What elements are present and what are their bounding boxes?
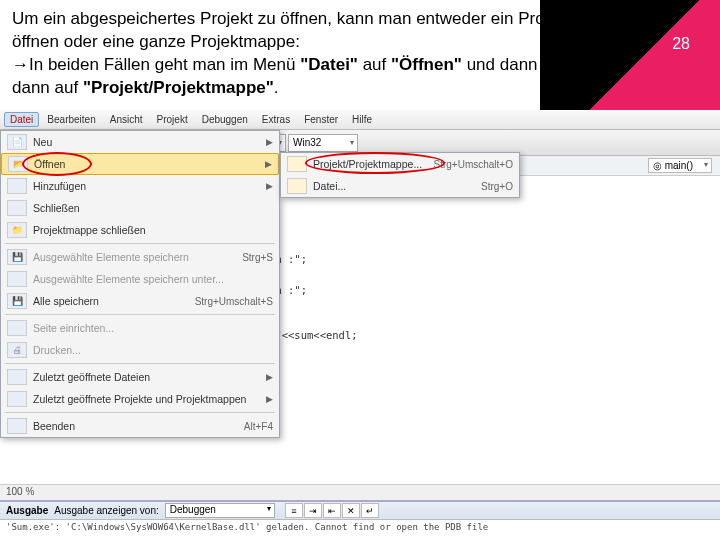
menu-neu[interactable]: 📄Neu▶ bbox=[1, 131, 279, 153]
slide-text: Um ein abgespeichertes Projekt zu öffnen… bbox=[12, 8, 592, 100]
submenu-datei[interactable]: Datei...Strg+O bbox=[281, 175, 519, 197]
new-icon: 📄 bbox=[7, 134, 27, 150]
menu-fenster[interactable]: Fenster bbox=[298, 112, 344, 127]
file-menu-dropdown: 📄Neu▶ 📂Öffnen▶ Hinzufügen▶ Schließen 📁Pr… bbox=[0, 130, 280, 438]
menu-projekt[interactable]: Projekt bbox=[151, 112, 194, 127]
saveas-icon bbox=[7, 271, 27, 287]
print-icon: 🖨 bbox=[7, 342, 27, 358]
menu-bearbeiten[interactable]: Bearbeiten bbox=[41, 112, 101, 127]
save-icon: 💾 bbox=[7, 249, 27, 265]
ide-window: Datei Bearbeiten Ansicht Projekt Debugge… bbox=[0, 110, 720, 540]
menu-recent-files[interactable]: Zuletzt geöffnete Dateien▶ bbox=[1, 366, 279, 388]
output-btn-1[interactable]: ≡ bbox=[285, 503, 303, 518]
menu-alle-speichern[interactable]: 💾Alle speichernStrg+Umschalt+S bbox=[1, 290, 279, 312]
pagesetup-icon bbox=[7, 320, 27, 336]
platform-combo[interactable]: Win32 bbox=[288, 134, 358, 152]
member-dropdown[interactable]: ◎ main() bbox=[648, 158, 712, 173]
exit-icon bbox=[7, 418, 27, 434]
menu-debuggen[interactable]: Debuggen bbox=[196, 112, 254, 127]
output-btn-clear[interactable]: ✕ bbox=[342, 503, 360, 518]
output-btn-2[interactable]: ⇥ bbox=[304, 503, 322, 518]
file-icon bbox=[287, 178, 307, 194]
open-submenu: Projekt/Projektmappe...Strg+Umschalt+O D… bbox=[280, 152, 520, 198]
slide-corner-bg bbox=[540, 0, 720, 110]
saveall-icon: 💾 bbox=[7, 293, 27, 309]
output-text[interactable]: 'Sum.exe': 'C:\Windows\SysWOW64\KernelBa… bbox=[0, 520, 720, 535]
output-header: Ausgabe Ausgabe anzeigen von: Debuggen ≡… bbox=[0, 502, 720, 520]
slide-header: 28 Um ein abgespeichertes Projekt zu öff… bbox=[0, 0, 720, 110]
project-icon bbox=[287, 156, 307, 172]
output-btn-wrap[interactable]: ↵ bbox=[361, 503, 379, 518]
menu-speichern-unter: Ausgewählte Elemente speichern unter... bbox=[1, 268, 279, 290]
separator bbox=[5, 243, 275, 244]
menu-extras[interactable]: Extras bbox=[256, 112, 296, 127]
submenu-projekt-projektmappe[interactable]: Projekt/Projektmappe...Strg+Umschalt+O bbox=[281, 153, 519, 175]
open-icon: 📂 bbox=[8, 156, 28, 172]
menu-seite-einrichten: Seite einrichten... bbox=[1, 317, 279, 339]
slide-number: 28 bbox=[672, 35, 690, 53]
menu-projektmappe-schliessen[interactable]: 📁Projektmappe schließen bbox=[1, 219, 279, 241]
menu-beenden[interactable]: BeendenAlt+F4 bbox=[1, 415, 279, 437]
separator bbox=[5, 412, 275, 413]
output-title: Ausgabe bbox=[6, 505, 48, 516]
menu-speichern: 💾Ausgewählte Elemente speichernStrg+S bbox=[1, 246, 279, 268]
separator bbox=[5, 314, 275, 315]
menubar: Datei Bearbeiten Ansicht Projekt Debugge… bbox=[0, 110, 720, 130]
menu-oeffnen[interactable]: 📂Öffnen▶ bbox=[1, 153, 279, 175]
zoom-level: 100 % bbox=[6, 486, 34, 497]
recent-icon bbox=[7, 369, 27, 385]
close-sol-icon: 📁 bbox=[7, 222, 27, 238]
status-bar: 100 % bbox=[0, 484, 720, 500]
menu-recent-projects[interactable]: Zuletzt geöffnete Projekte und Projektma… bbox=[1, 388, 279, 410]
close-icon bbox=[7, 200, 27, 216]
output-panel: Ausgabe Ausgabe anzeigen von: Debuggen ≡… bbox=[0, 500, 720, 540]
menu-ansicht[interactable]: Ansicht bbox=[104, 112, 149, 127]
add-icon bbox=[7, 178, 27, 194]
menu-hilfe[interactable]: Hilfe bbox=[346, 112, 378, 127]
separator bbox=[5, 363, 275, 364]
menu-datei[interactable]: Datei bbox=[4, 112, 39, 127]
output-show-label: Ausgabe anzeigen von: bbox=[54, 505, 159, 516]
menu-schliessen[interactable]: Schließen bbox=[1, 197, 279, 219]
recent-proj-icon bbox=[7, 391, 27, 407]
menu-hinzufuegen[interactable]: Hinzufügen▶ bbox=[1, 175, 279, 197]
output-btn-3[interactable]: ⇤ bbox=[323, 503, 341, 518]
menu-drucken: 🖨Drucken... bbox=[1, 339, 279, 361]
output-source-combo[interactable]: Debuggen bbox=[165, 503, 275, 518]
